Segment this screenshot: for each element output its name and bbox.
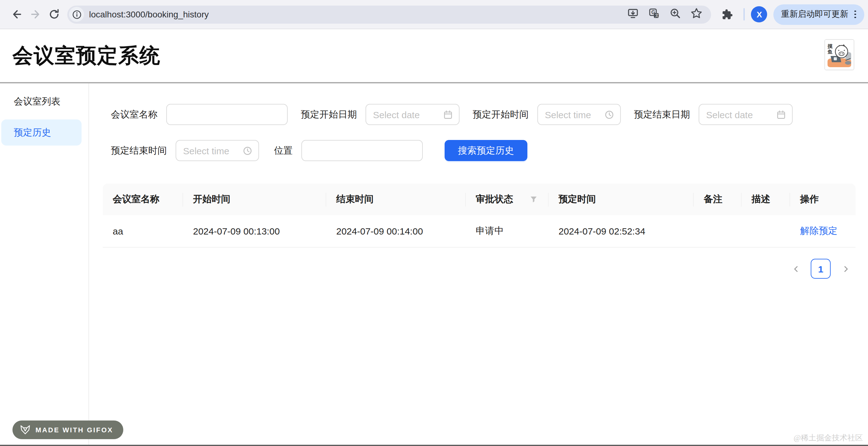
col-approval-status: 审批状态 bbox=[466, 183, 549, 215]
start-date-label: 预定开始日期 bbox=[301, 108, 357, 121]
svg-text:鱼: 鱼 bbox=[827, 49, 833, 55]
cancel-booking-link[interactable]: 解除预定 bbox=[800, 225, 837, 236]
calendar-icon bbox=[776, 110, 786, 119]
back-icon[interactable] bbox=[7, 5, 26, 24]
svg-text:文: 文 bbox=[655, 13, 659, 18]
sidebar-item-room-list[interactable]: 会议室列表 bbox=[1, 88, 82, 114]
start-date-picker[interactable]: Select date bbox=[366, 104, 460, 125]
gifox-badge-label: MADE WITH GIFOX bbox=[35, 426, 113, 434]
main-content: 会议室名称 预定开始日期 Select date 预定开始时间 bbox=[89, 83, 868, 445]
next-page-icon[interactable] bbox=[836, 259, 856, 279]
cell-end-time: 2024-07-09 00:14:00 bbox=[326, 215, 466, 247]
end-date-label: 预定结束日期 bbox=[634, 108, 690, 121]
cell-room-name: aa bbox=[103, 215, 183, 247]
toolbar-divider bbox=[744, 8, 745, 21]
watermark: @稀土掘金技术社区 bbox=[794, 433, 863, 444]
reload-icon[interactable] bbox=[45, 5, 63, 24]
cell-booking-time: 2024-07-09 02:52:34 bbox=[549, 215, 694, 247]
col-booking-time: 预定时间 bbox=[549, 183, 694, 215]
start-time-label: 预定开始时间 bbox=[473, 108, 529, 121]
clock-icon bbox=[604, 110, 614, 119]
col-note: 备注 bbox=[694, 183, 742, 215]
end-time-picker[interactable]: Select time bbox=[176, 140, 259, 161]
cell-approval-status: 申请中 bbox=[466, 215, 549, 247]
zoom-search-icon[interactable] bbox=[670, 7, 682, 22]
url-text[interactable]: localhost:3000/booking_history bbox=[89, 9, 627, 19]
filter-icon[interactable] bbox=[530, 196, 537, 203]
cell-description bbox=[742, 215, 790, 247]
extensions-icon[interactable] bbox=[718, 5, 736, 24]
gifox-badge: MADE WITH GIFOX bbox=[12, 420, 123, 439]
fox-icon bbox=[20, 425, 31, 435]
browser-toolbar: localhost:3000/booking_history G文 X bbox=[0, 0, 868, 29]
col-action: 操作 bbox=[790, 183, 856, 215]
start-time-picker[interactable]: Select time bbox=[537, 104, 621, 125]
col-approval-status-label: 审批状态 bbox=[476, 194, 513, 205]
cell-note bbox=[694, 215, 742, 247]
forward-icon[interactable] bbox=[26, 5, 45, 24]
restart-update-button[interactable]: 重新启动即可更新 bbox=[774, 4, 864, 25]
pagination: 1 bbox=[103, 259, 856, 279]
svg-text:摸: 摸 bbox=[827, 43, 833, 49]
page-title: 会议室预定系统 bbox=[12, 42, 161, 70]
prev-page-icon[interactable] bbox=[786, 259, 806, 279]
page-number-1[interactable]: 1 bbox=[811, 259, 831, 279]
address-bar[interactable]: localhost:3000/booking_history G文 bbox=[67, 5, 711, 23]
end-time-label: 预定结束时间 bbox=[111, 145, 167, 157]
booking-system-page: 会议室预定系统 摸 bbox=[0, 29, 868, 446]
page-body: 会议室列表 预定历史 会议室名称 预定开始日期 Select date bbox=[0, 83, 868, 445]
booking-history-table: 会议室名称 开始时间 结束时间 审批状态 预定时间 备注 bbox=[103, 183, 856, 247]
restart-update-label: 重新启动即可更新 bbox=[781, 9, 848, 20]
bottom-bar bbox=[0, 444, 868, 446]
calendar-icon bbox=[443, 110, 453, 119]
table-header-row: 会议室名称 开始时间 结束时间 审批状态 预定时间 备注 bbox=[103, 183, 856, 215]
sidebar-menu: 会议室列表 预定历史 bbox=[0, 83, 89, 445]
clock-icon bbox=[243, 146, 252, 155]
table-row: aa 2024-07-09 00:13:00 2024-07-09 00:14:… bbox=[103, 215, 856, 247]
page-header: 会议室预定系统 摸 bbox=[0, 29, 868, 83]
col-start-time: 开始时间 bbox=[183, 183, 326, 215]
profile-avatar[interactable]: X bbox=[751, 6, 768, 23]
translate-icon[interactable]: G文 bbox=[649, 7, 660, 22]
install-app-icon[interactable] bbox=[627, 7, 639, 22]
start-date-placeholder: Select date bbox=[373, 109, 443, 120]
sidebar-item-booking-history[interactable]: 预定历史 bbox=[1, 119, 82, 145]
room-name-input[interactable] bbox=[166, 104, 288, 125]
bookmark-star-icon[interactable] bbox=[691, 7, 703, 22]
search-booking-history-button[interactable]: 搜索预定历史 bbox=[444, 140, 527, 161]
location-input[interactable] bbox=[301, 140, 423, 161]
location-label: 位置 bbox=[274, 145, 293, 157]
pig-mascot-image: 摸 鱼 bbox=[825, 39, 854, 70]
end-date-picker[interactable]: Select date bbox=[699, 104, 793, 125]
site-info-icon[interactable] bbox=[69, 7, 84, 22]
app-root: localhost:3000/booking_history G文 X bbox=[0, 0, 868, 446]
end-time-placeholder: Select time bbox=[183, 145, 243, 156]
end-date-placeholder: Select date bbox=[706, 109, 776, 120]
col-room-name: 会议室名称 bbox=[103, 183, 183, 215]
room-name-label: 会议室名称 bbox=[111, 108, 158, 121]
start-time-placeholder: Select time bbox=[545, 109, 604, 120]
cell-start-time: 2024-07-09 00:13:00 bbox=[183, 215, 326, 247]
form-row-2: 预定结束时间 Select time 位置 搜索预定历史 bbox=[111, 140, 868, 161]
booking-search-form: 会议室名称 预定开始日期 Select date 预定开始时间 bbox=[111, 104, 868, 161]
col-description: 描述 bbox=[742, 183, 790, 215]
more-menu-icon[interactable] bbox=[853, 9, 858, 20]
form-row-1: 会议室名称 预定开始日期 Select date 预定开始时间 bbox=[111, 104, 868, 125]
col-end-time: 结束时间 bbox=[326, 183, 466, 215]
